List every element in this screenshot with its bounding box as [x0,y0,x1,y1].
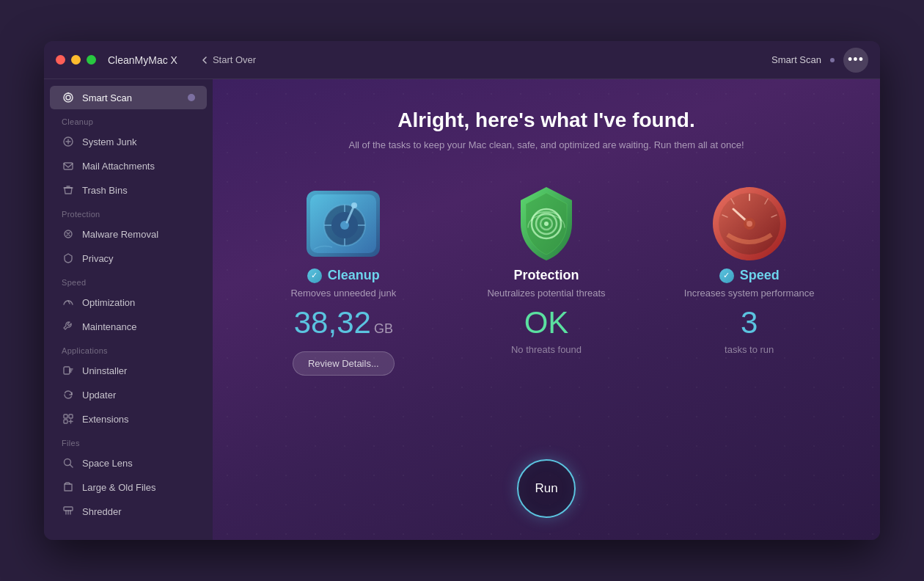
main-title: Alright, here's what I've found. [397,109,694,132]
svg-rect-4 [64,163,73,169]
start-over-button[interactable]: Start Over [201,54,256,65]
sidebar-item-optimization[interactable]: Optimization [50,290,207,314]
cleanup-card-desc: Removes unneeded junk [290,288,396,299]
traffic-lights [56,55,96,65]
sidebar-item-privacy[interactable]: Privacy [50,246,207,270]
trash-bins-label: Trash Bins [82,185,128,196]
cards-row: ✓ Cleanup Removes unneeded junk 38,32GB … [242,180,851,445]
sidebar-item-trash-bins[interactable]: Trash Bins [50,178,207,202]
cleanup-card-title: Cleanup [328,268,380,283]
speed-check-icon: ✓ [719,268,734,283]
protection-card-icon [502,180,590,268]
sidebar-item-maintenance[interactable]: Maintenance [50,315,207,338]
sidebar-item-shredder[interactable]: Shredder [50,500,207,523]
sidebar-item-large-old-files[interactable]: Large & Old Files [50,475,207,499]
sidebar-item-malware-removal[interactable]: Malware Removal [50,222,207,246]
sidebar-item-smart-scan[interactable]: Smart Scan [50,86,207,109]
svg-point-28 [544,222,549,226]
content: Smart Scan Cleanup System Junk [44,79,880,540]
sidebar: Smart Scan Cleanup System Junk [44,79,213,540]
sidebar-item-space-lens[interactable]: Space Lens [50,451,207,475]
smart-scan-label: Smart Scan [82,92,132,103]
section-files: Files [44,431,213,450]
large-old-files-label: Large & Old Files [82,482,155,493]
sidebar-item-updater[interactable]: Updater [50,383,207,406]
minimize-button[interactable] [71,55,81,65]
extensions-label: Extensions [82,414,129,425]
run-button-container: Run [517,459,576,518]
titlebar-right: Smart Scan ••• [771,48,868,73]
app-window: CleanMyMac X Start Over Smart Scan ••• [44,41,880,540]
protection-card-desc: Neutralizes potential threats [487,288,605,299]
system-junk-label: System Junk [82,136,136,147]
cleanup-card: ✓ Cleanup Removes unneeded junk 38,32GB … [242,180,445,445]
speed-card-icon [705,180,793,268]
maintenance-label: Maintenance [82,321,136,332]
extensions-icon [62,412,75,425]
trash-bins-icon [62,183,75,197]
svg-rect-8 [64,414,67,418]
sidebar-item-system-junk[interactable]: System Junk [50,130,207,153]
malware-removal-label: Malware Removal [82,229,158,240]
svg-line-12 [70,465,73,468]
smart-scan-icon [62,91,75,104]
protection-card-title: Protection [514,268,579,283]
cleanup-card-value: 38,32GB [294,307,393,338]
cleanup-card-icon [299,180,387,268]
malware-removal-icon [62,227,75,241]
svg-rect-7 [64,367,70,374]
close-button[interactable] [56,55,65,65]
svg-rect-13 [64,507,73,511]
sidebar-item-mail-attachments[interactable]: Mail Attachments [50,154,207,178]
optimization-label: Optimization [82,297,135,308]
speed-card: ✓ Speed Increases system performance 3 t… [648,180,851,445]
speed-card-desc: Increases system performance [684,288,815,299]
uninstaller-icon [62,364,75,377]
space-lens-label: Space Lens [82,458,133,469]
svg-point-24 [351,202,357,208]
protection-card-value: OK [524,307,569,338]
maintenance-icon [62,320,75,333]
space-lens-icon [62,456,75,469]
svg-point-38 [747,221,752,227]
run-button[interactable]: Run [517,459,576,518]
svg-point-0 [64,93,73,102]
svg-rect-9 [69,414,73,418]
speed-card-value: 3 [741,307,758,338]
section-applications: Applications [44,339,213,358]
large-old-files-icon [62,480,75,494]
speed-card-sublabel: tasks to run [725,344,774,355]
privacy-icon [62,252,75,265]
speed-card-header: ✓ Speed [719,268,780,283]
shredder-icon [62,505,75,518]
section-speed: Speed [44,271,213,290]
review-details-button[interactable]: Review Details... [293,351,395,376]
section-protection: Protection [44,202,213,222]
app-name: CleanMyMac X [108,54,177,66]
cleanup-check-icon: ✓ [307,268,322,283]
system-junk-icon [62,135,75,148]
svg-rect-10 [64,420,67,423]
main-subtitle: All of the tasks to keep your Mac clean,… [348,139,744,150]
protection-card-header: Protection [514,268,579,283]
smart-scan-toggle [188,94,195,101]
sidebar-item-uninstaller[interactable]: Uninstaller [50,359,207,382]
speed-card-title: Speed [740,268,780,283]
main-content: Alright, here's what I've found. All of … [213,79,880,540]
privacy-label: Privacy [82,253,114,264]
titlebar: CleanMyMac X Start Over Smart Scan ••• [44,41,880,79]
cleanup-card-header: ✓ Cleanup [307,268,380,283]
maximize-button[interactable] [87,55,96,65]
sidebar-item-extensions[interactable]: Extensions [50,407,207,431]
updater-icon [62,388,75,401]
more-button[interactable]: ••• [843,48,868,73]
section-cleanup: Cleanup [44,110,213,129]
mail-attachments-label: Mail Attachments [82,161,155,172]
scan-label: Smart Scan [771,54,821,65]
protection-card: Protection Neutralizes potential threats… [445,180,648,445]
svg-point-1 [66,95,70,100]
protection-card-sublabel: No threats found [511,344,582,355]
optimization-icon [62,296,75,309]
back-icon [201,56,210,65]
updater-label: Updater [82,390,116,401]
